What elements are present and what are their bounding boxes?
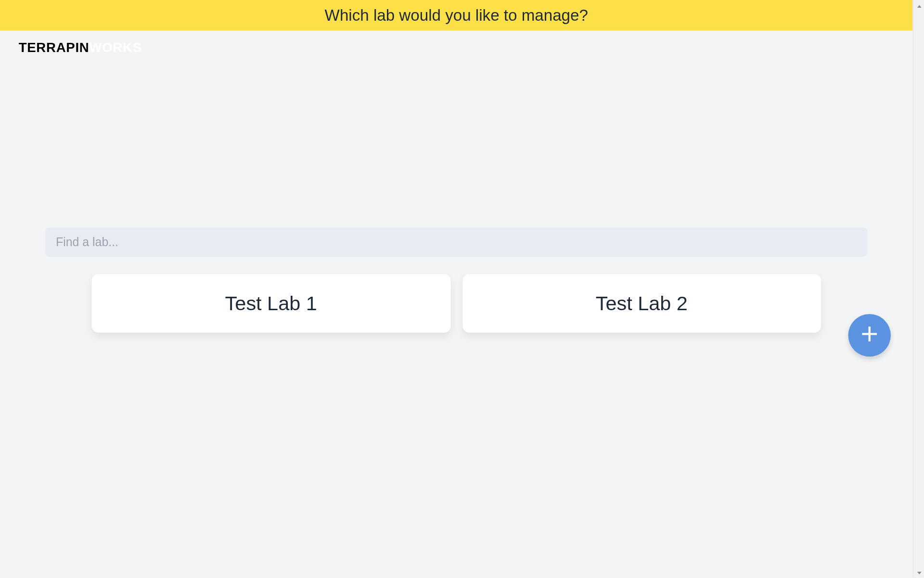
page-banner: Which lab would you like to manage? [0,0,913,31]
lab-card-2[interactable]: Test Lab 2 [462,274,821,333]
labs-container: Test Lab 1 Test Lab 2 [45,274,868,333]
lab-name: Test Lab 1 [225,292,317,315]
plus-icon [857,321,882,349]
logo-part1: TERRAPIN [19,40,90,54]
banner-title: Which lab would you like to manage? [325,6,588,25]
scrollbar[interactable] [913,0,924,578]
chevron-down-icon [916,566,922,578]
lab-name: Test Lab 2 [596,292,688,315]
scroll-up-button[interactable] [913,0,924,11]
main-content: Test Lab 1 Test Lab 2 [0,227,913,332]
logo-part2: WORKS [89,40,141,54]
lab-card-1[interactable]: Test Lab 1 [92,274,450,333]
add-lab-button[interactable] [848,314,891,356]
search-input[interactable] [45,227,868,257]
logo: TERRAPINWORKS [19,40,142,55]
chevron-up-icon [916,0,922,12]
scroll-down-button[interactable] [913,566,924,577]
